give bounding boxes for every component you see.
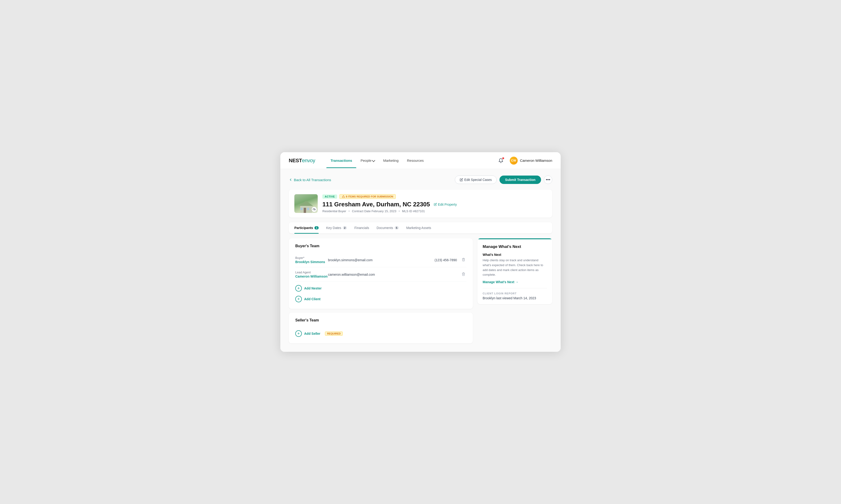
logo-envoy: envoy	[302, 158, 315, 164]
member-label-agent: Lead Agent Cameron Williamson	[295, 271, 328, 278]
manage-whats-next-card: Manage What's Next What's Next Help clie…	[477, 238, 552, 304]
people-chevron-icon	[372, 159, 375, 162]
notification-bell[interactable]	[497, 157, 505, 165]
table-row: Buyer* Brooklyn Simmons brooklyn.simmons…	[295, 253, 466, 267]
property-address: 111 Gresham Ave, Durham, NC 22305	[322, 201, 430, 208]
agent-actions	[457, 271, 466, 278]
add-nester-icon: +	[295, 285, 302, 292]
agent-email: cameron.williamson@email.com	[328, 273, 420, 276]
buyers-team-title: Buyer's Team	[295, 244, 466, 248]
tab-participants[interactable]: Participants 1	[294, 222, 319, 233]
add-client-icon: +	[295, 296, 302, 302]
user-name: Cameron Williamson	[520, 159, 552, 162]
documents-badge: 5	[395, 226, 399, 230]
agent-delete-button[interactable]	[461, 271, 466, 278]
participants-badge: 1	[314, 226, 319, 230]
edit-property-link[interactable]: Edit Property	[434, 203, 457, 206]
buyer-email: brooklyn.simmons@email.com	[328, 258, 420, 262]
right-panel: Manage What's Next What's Next Help clie…	[477, 238, 552, 304]
whats-next-section-title: What's Next	[483, 253, 547, 256]
property-header: ACTIVE 8 ITEMS REQUIRED FOR SUBMISSION 1…	[289, 190, 552, 218]
buyers-team-section: Buyer's Team Buyer* Brooklyn Simmons bro…	[289, 238, 473, 309]
add-client-label: Add Client	[304, 297, 320, 301]
pencil-icon	[460, 178, 463, 181]
property-image	[294, 194, 318, 213]
property-type: Residential Buyer	[322, 210, 346, 213]
main-content: Back to All Transactions Edit Special Ca…	[280, 169, 561, 352]
upload-icon	[313, 208, 316, 211]
add-seller-button[interactable]: + Add Seller REQUIRED	[295, 327, 466, 338]
left-panel: Buyer's Team Buyer* Brooklyn Simmons bro…	[289, 238, 473, 343]
add-seller-label: Add Seller	[304, 332, 320, 336]
nav-marketing[interactable]: Marketing	[379, 153, 403, 168]
sellers-team-title: Seller's Team	[295, 318, 466, 322]
edit-special-cases-button[interactable]: Edit Special Cases	[455, 176, 497, 184]
buyer-name[interactable]: Brooklyn Simmons	[295, 260, 328, 264]
right-card-title: Manage What's Next	[483, 245, 547, 249]
tab-documents[interactable]: Documents 5	[376, 222, 399, 233]
table-row: Lead Agent Cameron Williamson cameron.wi…	[295, 267, 466, 282]
logo: NESTenvoy	[289, 158, 315, 164]
nav-resources[interactable]: Resources	[403, 153, 428, 168]
back-to-transactions[interactable]: Back to All Transactions	[289, 178, 331, 182]
nav-links: Transactions People Marketing Resources	[326, 153, 497, 168]
edit-special-cases-label: Edit Special Cases	[465, 178, 492, 182]
trash-icon	[461, 272, 466, 276]
warning-badge-label: 8 ITEMS REQUIRED FOR SUBMISSION	[346, 195, 393, 198]
manage-whats-next-link[interactable]: Manage What's Next →	[483, 280, 547, 284]
user-profile[interactable]: CW Cameron Williamson	[510, 157, 552, 165]
property-info: ACTIVE 8 ITEMS REQUIRED FOR SUBMISSION 1…	[322, 194, 547, 213]
avatar: CW	[510, 157, 518, 165]
warning-badge: 8 ITEMS REQUIRED FOR SUBMISSION	[339, 194, 396, 199]
svg-marker-1	[299, 201, 313, 206]
add-nester-label: Add Nester	[304, 286, 322, 290]
navbar: NESTenvoy Transactions People Marketing …	[280, 152, 561, 169]
buyer-actions	[457, 257, 466, 263]
member-label-buyer: Buyer* Brooklyn Simmons	[295, 256, 328, 264]
top-bar: Back to All Transactions Edit Special Ca…	[289, 176, 552, 184]
warning-icon	[342, 195, 345, 198]
agent-name[interactable]: Cameron Williamson	[295, 274, 328, 278]
key-dates-badge: 2	[343, 226, 347, 230]
add-nester-button[interactable]: + Add Nester	[295, 282, 466, 292]
content-area: Buyer's Team Buyer* Brooklyn Simmons bro…	[289, 238, 552, 343]
add-seller-icon: +	[295, 330, 302, 337]
nav-transactions[interactable]: Transactions	[326, 153, 356, 168]
client-login-text: Brooklyn last viewed March 14, 2023	[483, 296, 547, 300]
sellers-team-section: Seller's Team + Add Seller REQUIRED	[289, 312, 473, 343]
divider	[483, 288, 547, 288]
buyer-phone: (123) 456-7890	[420, 258, 457, 262]
logo-nest: NEST	[289, 158, 302, 164]
svg-rect-4	[301, 208, 302, 210]
svg-rect-2	[304, 208, 306, 213]
buyer-role: Buyer*	[295, 256, 328, 259]
top-actions: Edit Special Cases Submit Transaction ••…	[455, 176, 552, 184]
agent-role: Lead Agent	[295, 271, 328, 274]
add-client-button[interactable]: + Add Client	[295, 292, 466, 303]
submit-transaction-button[interactable]: Submit Transaction	[500, 176, 541, 184]
upload-overlay[interactable]	[312, 207, 317, 212]
buyer-delete-button[interactable]	[461, 257, 466, 263]
status-badge: ACTIVE	[322, 195, 337, 199]
svg-rect-3	[307, 208, 309, 210]
whats-next-desc: Help clients stay on track and understan…	[483, 258, 547, 277]
tab-key-dates[interactable]: Key Dates 2	[326, 222, 347, 233]
property-header-top: ACTIVE 8 ITEMS REQUIRED FOR SUBMISSION 1…	[294, 194, 547, 213]
edit-pencil-icon	[434, 203, 437, 206]
edit-property-label: Edit Property	[438, 203, 457, 206]
tab-marketing-assets[interactable]: Marketing Assets	[406, 222, 431, 233]
whats-next-section: What's Next Help clients stay on track a…	[483, 253, 547, 284]
required-badge: REQUIRED	[325, 331, 343, 336]
back-label: Back to All Transactions	[294, 178, 331, 182]
manage-link-label: Manage What's Next →	[483, 280, 519, 284]
tabs-bar: Participants 1 Key Dates 2 Financials Do…	[289, 222, 552, 234]
more-options-button[interactable]: •••	[544, 176, 552, 184]
more-icon: •••	[546, 177, 550, 182]
nav-people[interactable]: People	[356, 153, 379, 168]
tab-financials[interactable]: Financials	[354, 222, 369, 233]
property-address-row: 111 Gresham Ave, Durham, NC 22305 Edit P…	[322, 201, 547, 208]
mls-id: MLS ID #827101	[402, 210, 425, 213]
nav-right: CW Cameron Williamson	[497, 157, 552, 165]
notification-badge	[502, 157, 505, 160]
app-container: NESTenvoy Transactions People Marketing …	[280, 152, 561, 352]
